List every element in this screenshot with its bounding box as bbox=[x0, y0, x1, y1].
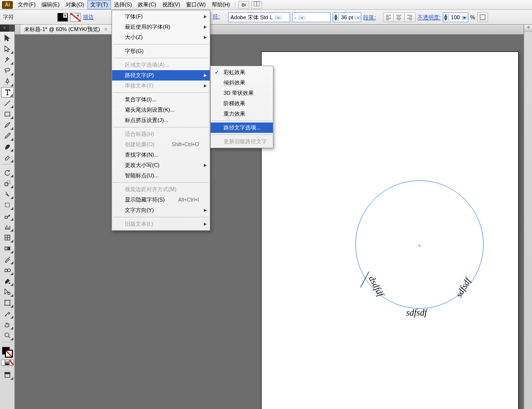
close-tab-icon[interactable]: × bbox=[104, 26, 107, 32]
right-dock-strip[interactable]: ◂ bbox=[524, 25, 532, 409]
stroke-link[interactable]: 描边 bbox=[83, 13, 94, 21]
align-center-button[interactable] bbox=[394, 12, 405, 22]
fill-swatch[interactable] bbox=[57, 13, 68, 22]
svg-point-27 bbox=[7, 269, 10, 272]
menu-item[interactable]: 文字方向(Y) bbox=[112, 205, 210, 215]
menu-item-label: 大小(Z) bbox=[125, 34, 143, 41]
stroke-color-swatch[interactable] bbox=[5, 350, 13, 358]
color-mode-bar[interactable] bbox=[1, 360, 14, 366]
direct-selection-tool[interactable] bbox=[1, 43, 14, 54]
rectangle-tool[interactable] bbox=[1, 109, 14, 120]
bridge-button[interactable]: Br bbox=[238, 1, 249, 9]
magic-wand-tool[interactable] bbox=[1, 54, 14, 65]
menu-item[interactable]: 3D 带状效果 bbox=[211, 88, 273, 98]
menu-object[interactable]: 对象(O) bbox=[63, 0, 87, 9]
center-marker-icon: × bbox=[418, 243, 421, 246]
pencil-tool[interactable] bbox=[1, 130, 14, 141]
gradient-tool[interactable] bbox=[1, 243, 14, 254]
menu-item[interactable]: 重力效果 bbox=[211, 109, 273, 119]
stroke-swatch[interactable] bbox=[70, 13, 81, 22]
menu-item[interactable]: 阶梯效果 bbox=[211, 98, 273, 109]
menu-item[interactable]: 大小(Z) bbox=[112, 32, 210, 42]
menu-help[interactable]: 帮助(H) bbox=[209, 0, 233, 9]
rotate-tool[interactable] bbox=[1, 167, 14, 178]
blob-brush-tool[interactable] bbox=[1, 141, 14, 152]
menu-item-label: 更改大小写(C) bbox=[125, 162, 159, 169]
blend-tool[interactable] bbox=[1, 265, 14, 276]
menu-item[interactable]: 更改大小写(C) bbox=[112, 160, 210, 170]
menu-effect[interactable]: 效果(C) bbox=[135, 0, 159, 9]
menu-item[interactable]: 最近使用的字体(R) bbox=[112, 22, 210, 32]
opacity-label[interactable]: 不透明度: bbox=[418, 14, 441, 21]
align-left-button[interactable] bbox=[383, 12, 394, 22]
opacity-value: 100 bbox=[449, 14, 462, 20]
menu-item[interactable]: 复合字体(I)... bbox=[112, 94, 210, 105]
artboard-tool[interactable] bbox=[1, 297, 14, 308]
selection-tool[interactable] bbox=[1, 33, 14, 43]
font-size-field[interactable]: ▲▼ 36 pt v bbox=[333, 12, 361, 22]
hand-tool[interactable] bbox=[1, 319, 14, 330]
menu-item[interactable]: 智能标点(U)... bbox=[112, 170, 210, 181]
menu-select[interactable]: 选择(S) bbox=[111, 0, 135, 9]
menu-file[interactable]: 文件(F) bbox=[15, 0, 38, 9]
font-size-value: 36 pt bbox=[339, 14, 355, 20]
menu-separator bbox=[113, 217, 209, 217]
eraser-tool[interactable] bbox=[1, 152, 14, 163]
font-family-combo[interactable]: Adobe 宋体 Std Lv bbox=[228, 12, 290, 22]
menu-edit[interactable]: 编辑(E) bbox=[38, 0, 63, 9]
character-link-fragment[interactable]: 符: bbox=[213, 13, 220, 20]
warp-tool[interactable] bbox=[1, 189, 14, 200]
dock-expand-icon[interactable]: ◂ bbox=[524, 25, 532, 32]
menu-item-label: 更新旧版路径文字 bbox=[224, 138, 267, 145]
menu-item-label: 智能标点(U)... bbox=[125, 172, 158, 179]
menu-item[interactable]: 字体(F) bbox=[112, 11, 210, 22]
menu-item-label: 显示隐藏字符(S) bbox=[125, 196, 165, 204]
mesh-tool[interactable] bbox=[1, 232, 14, 243]
align-right-button[interactable] bbox=[405, 12, 416, 22]
menu-item[interactable]: 路径文字选项... bbox=[211, 123, 273, 133]
menu-item-label: 避头尾法则设置(K)... bbox=[125, 106, 175, 114]
type-tool[interactable] bbox=[1, 87, 14, 98]
symbol-sprayer-tool[interactable] bbox=[1, 210, 14, 221]
svg-line-32 bbox=[8, 336, 10, 338]
opacity-field[interactable]: ▲▼ 100 ▶ bbox=[443, 12, 468, 22]
menu-type[interactable]: 文字(T) bbox=[87, 0, 111, 9]
document-tab[interactable]: 未标题-1* @ 60% (CMYK/预览) × bbox=[20, 24, 112, 34]
menu-item[interactable]: 路径文字(P) bbox=[112, 70, 210, 81]
free-transform-tool[interactable] bbox=[1, 200, 14, 210]
live-paint-tool[interactable] bbox=[1, 276, 14, 286]
menu-shortcut: Shift+Ctrl+O bbox=[160, 142, 199, 147]
slice-tool[interactable] bbox=[1, 308, 14, 319]
font-style-value: - bbox=[295, 14, 297, 20]
menu-window[interactable]: 窗口(W) bbox=[183, 0, 209, 9]
menu-item[interactable]: 避头尾法则设置(K)... bbox=[112, 105, 210, 115]
fill-stroke-swatches[interactable] bbox=[1, 346, 14, 359]
eyedropper-tool[interactable] bbox=[1, 254, 14, 265]
graph-tool[interactable] bbox=[1, 221, 14, 232]
lasso-tool[interactable] bbox=[1, 65, 14, 76]
pen-tool[interactable] bbox=[1, 76, 14, 87]
control-bar: 字符 描边 符: Adobe 宋体 Std Lv -v ▲▼ 36 pt v 段… bbox=[0, 10, 532, 25]
expand-panels-button[interactable]: » bbox=[0, 25, 9, 32]
menu-item[interactable]: 字形(G) bbox=[112, 46, 210, 56]
live-paint-selection-tool[interactable] bbox=[1, 286, 14, 297]
font-style-combo[interactable]: -v bbox=[292, 12, 331, 22]
zoom-tool[interactable] bbox=[1, 330, 14, 341]
graphic-styles-button[interactable] bbox=[477, 12, 488, 22]
menu-item[interactable]: 彩虹效果 bbox=[211, 67, 273, 78]
paragraph-link[interactable]: 段落: bbox=[363, 14, 376, 21]
svg-rect-19 bbox=[7, 181, 10, 184]
menu-item[interactable]: 显示隐藏字符(S)Alt+Ctrl+I bbox=[112, 195, 210, 205]
paintbrush-tool[interactable] bbox=[1, 120, 14, 130]
menu-item[interactable]: 标点挤压设置(J)... bbox=[112, 115, 210, 125]
menu-item[interactable]: 倾斜效果 bbox=[211, 78, 273, 88]
screen-mode-button[interactable] bbox=[1, 369, 14, 380]
menu-item[interactable]: 查找字体(N)... bbox=[112, 150, 210, 160]
menu-view[interactable]: 视图(V) bbox=[159, 0, 184, 9]
line-tool[interactable] bbox=[1, 98, 14, 109]
svg-rect-29 bbox=[8, 292, 10, 294]
scale-tool[interactable] bbox=[1, 178, 14, 189]
arrange-documents-button[interactable] bbox=[251, 1, 262, 9]
path-text-2[interactable]: sdfsdf bbox=[406, 308, 427, 318]
menu-item-label: 区域文字选项(A)... bbox=[125, 61, 169, 69]
